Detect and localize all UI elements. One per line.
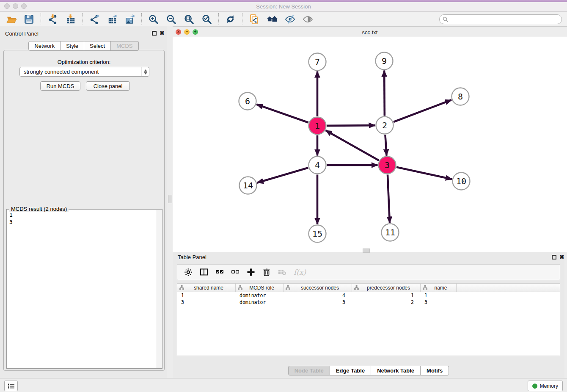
delete-columns-button[interactable] (262, 267, 271, 277)
graph-edge-1-6[interactable] (256, 104, 308, 122)
network-files-button[interactable] (248, 13, 260, 25)
graph-node-14[interactable]: 14 (239, 177, 257, 194)
network-canvas[interactable]: 7968124314101511 (173, 37, 567, 252)
search-box[interactable] (439, 14, 562, 24)
show-panel-list-button[interactable] (4, 381, 18, 391)
graph-edge-3-11[interactable] (388, 174, 390, 223)
close-panel-button[interactable]: Close panel (86, 81, 130, 91)
graph-edge-2-3[interactable] (385, 135, 386, 155)
function-icon: f(x) (294, 268, 306, 276)
column-hierarchy-icon (354, 285, 359, 290)
import-table-button[interactable] (65, 13, 77, 25)
tab-select[interactable]: Select (84, 41, 111, 51)
refresh-network-button[interactable] (225, 13, 237, 25)
horizontal-splitter-handle[interactable] (363, 248, 370, 253)
cell-MCDS-role[interactable]: dominator (236, 292, 284, 299)
graph-node-8[interactable]: 8 (452, 88, 469, 105)
zoom-selected-button[interactable] (201, 13, 213, 25)
folder-open-icon (6, 14, 17, 25)
cell-shared-name[interactable]: 3 (177, 299, 236, 306)
export-image-button[interactable] (124, 13, 136, 25)
tab-edge-table[interactable]: Edge Table (330, 366, 371, 375)
import-network-button[interactable] (47, 13, 59, 25)
graph-node-15[interactable]: 15 (309, 225, 326, 243)
table-float-icon[interactable] (552, 255, 556, 259)
graph-edge-1-2[interactable] (327, 125, 375, 126)
graph-edge-2-9[interactable] (384, 70, 385, 116)
column-hierarchy-icon (286, 285, 290, 290)
graph-node-3[interactable]: 3 (379, 157, 396, 174)
zoom-out-button[interactable] (165, 13, 177, 25)
zoom-in-button[interactable] (148, 13, 160, 25)
export-table-icon (107, 14, 118, 25)
svg-text:7: 7 (315, 57, 320, 67)
graph-node-2[interactable]: 2 (376, 117, 394, 134)
column-header-shared-name[interactable]: shared name (177, 284, 236, 292)
titlebar-accent-strip (0, 0, 567, 2)
svg-text:2: 2 (382, 120, 387, 130)
graph-node-6[interactable]: 6 (239, 93, 256, 110)
table-row[interactable]: 1dominator411 (177, 292, 560, 299)
export-network-button[interactable] (88, 13, 100, 25)
toolbar-group (41, 13, 82, 25)
table-close-icon[interactable]: ✖ (559, 254, 564, 260)
home-layout-button[interactable] (266, 13, 278, 25)
graph-edge-3-10[interactable] (396, 167, 452, 179)
vertical-splitter-handle[interactable] (168, 195, 172, 203)
vertical-splitter[interactable] (167, 26, 173, 378)
select-all-button[interactable] (215, 267, 224, 277)
column-header-successor-nodes[interactable]: successor nodes (284, 284, 352, 292)
cell-shared-name[interactable]: 1 (177, 292, 236, 299)
cell-successor-nodes[interactable]: 4 (284, 292, 352, 299)
cell-MCDS-role[interactable]: dominator (236, 299, 284, 306)
column-header-predecessor-nodes[interactable]: predecessor nodes (352, 284, 421, 292)
table-row[interactable]: 3dominator323 (177, 299, 560, 306)
column-header-filler (457, 284, 560, 292)
add-column-button[interactable] (247, 267, 255, 277)
search-input[interactable] (450, 15, 561, 23)
tab-network-table[interactable]: Network Table (371, 366, 421, 375)
graph-node-10[interactable]: 10 (453, 173, 470, 190)
tab-network[interactable]: Network (28, 41, 61, 51)
save-session-button[interactable] (23, 13, 35, 25)
close-panel-icon[interactable]: ✖ (160, 30, 165, 36)
graph-edge-4-14[interactable] (257, 168, 308, 182)
mcds-result-text[interactable]: 13 (7, 210, 157, 368)
zoom-fit-button[interactable] (183, 13, 195, 25)
open-session-button[interactable] (6, 13, 17, 25)
column-hierarchy-icon (423, 285, 427, 290)
tab-style[interactable]: Style (61, 41, 84, 51)
hide-panels-button[interactable] (284, 13, 296, 25)
cell-name[interactable]: 3 (421, 299, 457, 306)
graph-edge-2-8[interactable] (394, 100, 451, 122)
cell-successor-nodes[interactable]: 3 (284, 299, 352, 306)
tab-motifs[interactable]: Motifs (421, 366, 449, 375)
graph-node-1[interactable]: 1 (309, 117, 326, 135)
criterion-dropdown[interactable]: strongly connected component (19, 67, 149, 77)
cell-name[interactable]: 1 (421, 292, 457, 299)
cell-predecessor-nodes[interactable]: 2 (352, 299, 421, 306)
memory-button[interactable]: Memory (528, 381, 563, 391)
graph-node-11[interactable]: 11 (382, 224, 399, 241)
graph-node-4[interactable]: 4 (309, 157, 326, 174)
show-panels-button[interactable] (302, 13, 314, 25)
dropdown-stepper-icon (141, 67, 149, 76)
column-header-name[interactable]: name (421, 284, 457, 292)
cell-predecessor-nodes[interactable]: 1 (352, 292, 421, 299)
float-panel-icon[interactable] (152, 31, 157, 36)
table-settings-button[interactable] (184, 267, 193, 277)
svg-text:15: 15 (312, 229, 322, 239)
node-table-header: shared nameMCDS rolesuccessor nodesprede… (177, 284, 560, 292)
graph-edge-3-1[interactable] (326, 130, 379, 160)
zoom-in-icon (148, 14, 160, 25)
split-view-button[interactable] (200, 267, 208, 277)
run-mcds-button[interactable]: Run MCDS (40, 81, 80, 91)
column-header-MCDS-role[interactable]: MCDS role (236, 284, 284, 292)
graph-node-7[interactable]: 7 (309, 53, 326, 71)
tab-node-table[interactable]: Node Table (288, 366, 330, 375)
export-table-button[interactable] (106, 13, 118, 25)
tab-mcds[interactable]: MCDS (111, 41, 138, 51)
graph-node-9[interactable]: 9 (376, 52, 393, 70)
unselect-all-button[interactable] (231, 267, 239, 277)
result-scrollbar[interactable] (157, 210, 162, 368)
